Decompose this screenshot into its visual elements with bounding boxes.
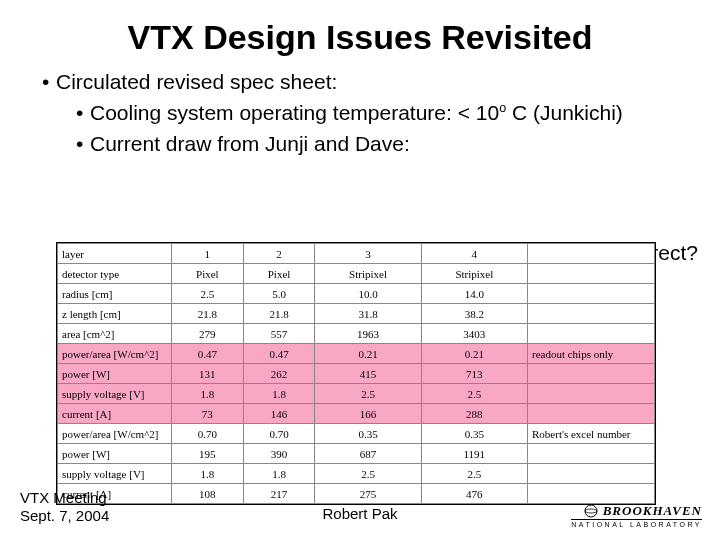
cell: 1.8 xyxy=(172,384,244,404)
cell: 288 xyxy=(421,404,527,424)
cell xyxy=(528,304,655,324)
cell: 108 xyxy=(172,484,244,504)
cell: 0.35 xyxy=(421,424,527,444)
bullet-text: Cooling system operating temperature: < … xyxy=(90,101,499,124)
table-row: area [cm^2]27955719633403 xyxy=(58,324,655,344)
logo-subtext: NATIONAL LABORATORY xyxy=(571,519,702,528)
cell: 146 xyxy=(243,404,315,424)
cell: 390 xyxy=(243,444,315,464)
row-label: current [A] xyxy=(58,404,172,424)
table-row: layer1234 xyxy=(58,244,655,264)
cell: 2.5 xyxy=(421,384,527,404)
cell: Pixel xyxy=(243,264,315,284)
cell: 1 xyxy=(172,244,244,264)
bullet-text: C (Junkichi) xyxy=(506,101,623,124)
bullet-level2: •Cooling system operating temperature: <… xyxy=(76,100,692,127)
cell xyxy=(528,364,655,384)
bullet-text: Circulated revised spec sheet: xyxy=(56,70,337,93)
cell: Stripixel xyxy=(421,264,527,284)
table-row: supply voltage [V]1.81.82.52.5 xyxy=(58,464,655,484)
cell: 31.8 xyxy=(315,304,421,324)
cell: 0.21 xyxy=(315,344,421,364)
cell: 195 xyxy=(172,444,244,464)
slide-title: VTX Design Issues Revisited xyxy=(0,0,720,65)
cell: Stripixel xyxy=(315,264,421,284)
cell xyxy=(528,264,655,284)
cell: 73 xyxy=(172,404,244,424)
cell-note: readout chips only xyxy=(528,344,655,364)
cell: 166 xyxy=(315,404,421,424)
cell xyxy=(528,444,655,464)
cell xyxy=(528,384,655,404)
cell: 131 xyxy=(172,364,244,384)
cell: 3 xyxy=(315,244,421,264)
cell xyxy=(528,284,655,304)
cell: 3403 xyxy=(421,324,527,344)
cell: 279 xyxy=(172,324,244,344)
table-row: detector typePixelPixelStripixelStripixe… xyxy=(58,264,655,284)
row-label: power [W] xyxy=(58,364,172,384)
row-label: area [cm^2] xyxy=(58,324,172,344)
cell: 713 xyxy=(421,364,527,384)
cell: 1.8 xyxy=(243,464,315,484)
cell: 1.8 xyxy=(172,464,244,484)
cell: 687 xyxy=(315,444,421,464)
cell: Pixel xyxy=(172,264,244,284)
cell: 0.47 xyxy=(243,344,315,364)
brookhaven-logo: BROOKHAVEN NATIONAL LABORATORY xyxy=(571,501,702,528)
cell xyxy=(528,324,655,344)
table-row: supply voltage [V]1.81.82.52.5 xyxy=(58,384,655,404)
table-row: power [W]131262415713 xyxy=(58,364,655,384)
svg-point-1 xyxy=(585,509,597,513)
row-label: layer xyxy=(58,244,172,264)
table-row: radius [cm]2.55.010.014.0 xyxy=(58,284,655,304)
cell: 2 xyxy=(243,244,315,264)
table-row: power/area [W/cm^2]0.470.470.210.21reado… xyxy=(58,344,655,364)
bullet-level1: •Circulated revised spec sheet: xyxy=(42,69,692,96)
cell xyxy=(528,464,655,484)
row-label: power [W] xyxy=(58,444,172,464)
bullet-region: •Circulated revised spec sheet: •Cooling… xyxy=(0,65,720,158)
cell: 0.70 xyxy=(172,424,244,444)
cell: 5.0 xyxy=(243,284,315,304)
cell: 1963 xyxy=(315,324,421,344)
cell: 21.8 xyxy=(172,304,244,324)
cell-note: Robert's excel number xyxy=(528,424,655,444)
cell: 0.47 xyxy=(172,344,244,364)
cell: 10.0 xyxy=(315,284,421,304)
bullet-level2: •Current draw from Junji and Dave: xyxy=(76,131,692,158)
bullet-text: Current draw from Junji and Dave: xyxy=(90,132,410,155)
svg-point-0 xyxy=(585,505,597,517)
cell: 0.70 xyxy=(243,424,315,444)
ring-icon xyxy=(583,503,599,519)
row-label: radius [cm] xyxy=(58,284,172,304)
cell xyxy=(528,244,655,264)
cell: 476 xyxy=(421,484,527,504)
cell: 415 xyxy=(315,364,421,384)
logo-text: BROOKHAVEN xyxy=(603,503,702,518)
cell: 1191 xyxy=(421,444,527,464)
row-label: supply voltage [V] xyxy=(58,384,172,404)
cell: 0.35 xyxy=(315,424,421,444)
row-label: power/area [W/cm^2] xyxy=(58,344,172,364)
table-row: current [A]108217275476 xyxy=(58,484,655,504)
cell xyxy=(528,404,655,424)
row-label: power/area [W/cm^2] xyxy=(58,424,172,444)
cell: 14.0 xyxy=(421,284,527,304)
cell: 217 xyxy=(243,484,315,504)
row-label: supply voltage [V] xyxy=(58,464,172,484)
table-row: power/area [W/cm^2]0.700.700.350.35Rober… xyxy=(58,424,655,444)
cell: 2.5 xyxy=(172,284,244,304)
cell: 21.8 xyxy=(243,304,315,324)
row-label: z length [cm] xyxy=(58,304,172,324)
cell: 2.5 xyxy=(315,384,421,404)
cell: 557 xyxy=(243,324,315,344)
cell: 4 xyxy=(421,244,527,264)
cell: 1.8 xyxy=(243,384,315,404)
table-row: z length [cm]21.821.831.838.2 xyxy=(58,304,655,324)
cell: 2.5 xyxy=(315,464,421,484)
cell: 2.5 xyxy=(421,464,527,484)
cell: 275 xyxy=(315,484,421,504)
row-label: detector type xyxy=(58,264,172,284)
spec-table: layer1234 detector typePixelPixelStripix… xyxy=(56,242,656,505)
